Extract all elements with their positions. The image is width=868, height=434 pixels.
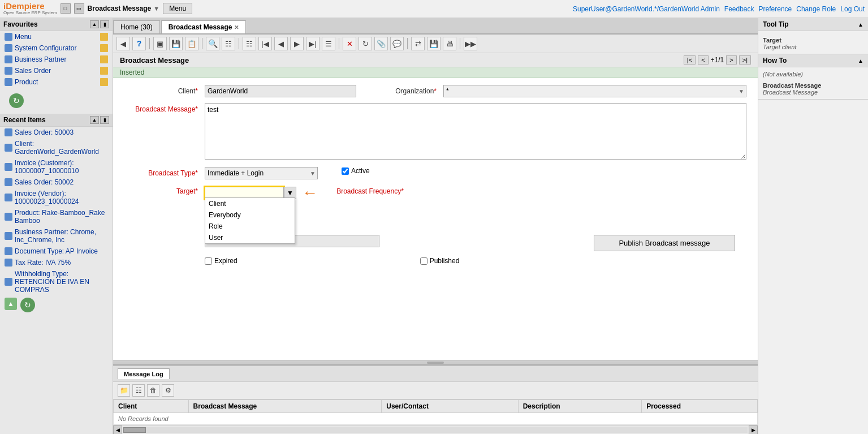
broadcast-message-row: Broadcast Message* test [124, 103, 746, 161]
change-role-link[interactable]: Change Role [796, 5, 836, 13]
nav-first-button[interactable]: |◀ [258, 37, 272, 50]
nav-last-form-btn[interactable]: >| [739, 55, 751, 65]
dropdown-item-role[interactable]: Role [205, 221, 295, 232]
publish-button[interactable]: Publish Broadcast message [594, 235, 735, 251]
sidebar-item-business-partner[interactable]: Business Partner [0, 54, 113, 65]
message-log-tab[interactable]: Message Log [118, 368, 170, 379]
topbar-right: SuperUser@GardenWorld.*/GardenWorld Admi… [573, 5, 865, 13]
toolbar-sep2 [202, 38, 202, 49]
msg-log-grid-btn[interactable]: ☷ [132, 384, 145, 397]
nav-prev-button[interactable]: ◀ [274, 37, 288, 50]
sidebar-item-sales-order-50003[interactable]: Sales Order: 50003 [0, 127, 113, 138]
feedback-link[interactable]: Feedback [724, 5, 754, 13]
back-button[interactable]: ◀ [116, 37, 130, 50]
more-button[interactable]: ▶▶ [464, 37, 477, 50]
sidebar-item-sales-order-50002[interactable]: Sales Order: 50002 [0, 177, 113, 188]
sidebar-item-bp-chrome[interactable]: Business Partner: Chrome, Inc_Chrome, In… [0, 226, 113, 246]
howto-collapse-btn[interactable]: ▲ [858, 58, 863, 64]
nav-first-form-btn[interactable]: |< [684, 55, 696, 65]
save-button[interactable]: 💾 [169, 37, 183, 50]
sidebar-item-product[interactable]: Product [0, 76, 113, 88]
zoom-button[interactable]: ⇄ [411, 37, 425, 50]
preference-link[interactable]: Preference [759, 5, 792, 13]
new-button[interactable]: ▣ [153, 37, 167, 50]
sidebar-item-client-gardenworld[interactable]: Client: GardenWorld_GardenWorld [0, 138, 113, 157]
howto-section: How To ▲ (Not available) Broadcast Messa… [758, 54, 868, 100]
restore-button[interactable]: ▭ [74, 3, 84, 14]
nav-last-button[interactable]: ▶| [306, 37, 319, 50]
sidebar-bottom-icon1[interactable]: ▲ [5, 298, 17, 310]
sidebar-item-doc-type-ap[interactable]: Document Type: AP Invoice [0, 246, 113, 257]
delete-button[interactable]: ✕ [343, 37, 356, 50]
tab-broadcast-label: Broadcast Message [169, 23, 232, 31]
sidebar-item-product-rake[interactable]: Product: Rake-Bamboo_Rake Bamboo [0, 207, 113, 226]
splitter[interactable]: ▼ [113, 360, 758, 365]
recent-so-icon [5, 128, 12, 136]
published-checkbox[interactable] [420, 257, 427, 265]
col-broadcast-message: Broadcast Message [188, 400, 382, 413]
target-field-label: Target [763, 37, 863, 44]
splitter-handle: ▼ [427, 362, 444, 364]
arrow-indicator: ← [302, 185, 318, 201]
expired-checkbox[interactable] [205, 257, 212, 265]
copy-button[interactable]: 📋 [185, 37, 198, 50]
nav-prev-form-btn[interactable]: < [698, 55, 708, 65]
sidebar-item-withholding[interactable]: Withholding Type: RETENCION DE IVA EN CO… [0, 268, 113, 295]
msg-log-folder-btn[interactable]: 📁 [118, 384, 130, 397]
sidebar-item-invoice-vendor[interactable]: Invoice (Vendor): 10000023_10000024 [0, 188, 113, 207]
grid-button[interactable]: ☷ [222, 37, 235, 50]
product-icon [5, 78, 12, 86]
sidebar-item-system-configurator[interactable]: System Configurator [0, 42, 113, 54]
favourites-buttons: ▲ ▮ [90, 20, 109, 28]
sidebar-label-sales-order: Sales Order [15, 67, 51, 75]
scroll-track[interactable] [123, 427, 748, 433]
scroll-left-btn[interactable]: ◀ [113, 426, 122, 435]
help-button[interactable]: ? [132, 37, 146, 50]
broadcast-message-textarea[interactable]: test [205, 103, 746, 160]
recent-so-label: Sales Order: 50003 [15, 128, 74, 136]
logout-link[interactable]: Log Out [840, 5, 865, 13]
grid2-button[interactable]: ☷ [243, 37, 256, 50]
toolbar-sep3 [239, 38, 239, 49]
nav-next-button[interactable]: ▶ [290, 37, 304, 50]
list-button[interactable]: ☰ [322, 37, 335, 50]
sidebar-item-tax-rate[interactable]: Tax Rate: IVA 75% [0, 257, 113, 268]
msg-log-delete-btn[interactable]: 🗑 [147, 384, 159, 397]
favourites-collapse-btn[interactable]: ▲ [90, 20, 99, 28]
dropdown-item-everybody[interactable]: Everybody [205, 209, 295, 221]
broadcast-rp-label: Broadcast Message [763, 82, 863, 89]
org-select[interactable]: * [443, 85, 746, 97]
tab-home[interactable]: Home (30) [113, 20, 160, 33]
minimize-button[interactable]: □ [61, 3, 71, 14]
active-checkbox[interactable] [342, 167, 349, 175]
dropdown-item-client[interactable]: Client [205, 198, 295, 209]
sidebar-item-sales-order[interactable]: Sales Order [0, 65, 113, 76]
nav-next-form-btn[interactable]: > [726, 55, 736, 65]
chat-button[interactable]: 💬 [390, 37, 404, 50]
refresh-form-button[interactable]: ↻ [359, 37, 372, 50]
menu-button[interactable]: Menu [163, 3, 192, 14]
broadcast-rp-value: Broadcast Message [763, 89, 863, 96]
favourites-menu-btn[interactable]: ▮ [100, 20, 109, 28]
archive-button[interactable]: 💾 [427, 37, 441, 50]
sidebar-refresh-button2[interactable]: ↻ [20, 298, 35, 312]
sidebar-item-menu[interactable]: Menu [0, 31, 113, 42]
print-button[interactable]: 🖶 [443, 37, 456, 50]
find-button[interactable]: 🔍 [206, 37, 219, 50]
tooltip-collapse-btn[interactable]: ▲ [858, 22, 863, 28]
scroll-right-btn[interactable]: ▶ [749, 426, 758, 435]
attach-button[interactable]: 📎 [374, 37, 388, 50]
client-org-row: Client* Organization* * ▼ [124, 85, 746, 97]
dropdown-item-user[interactable]: User [205, 232, 295, 243]
tab-close-button[interactable]: ✕ [234, 24, 239, 31]
sidebar-refresh-button[interactable]: ↻ [9, 93, 24, 108]
recent-items-menu-btn[interactable]: ▮ [100, 116, 109, 124]
howto-body: (Not available) Broadcast Message Broadc… [758, 67, 868, 99]
tab-broadcast-message[interactable]: Broadcast Message ✕ [161, 20, 247, 33]
howto-value: (Not available) [763, 71, 863, 78]
broadcast-type-select[interactable]: Immediate + Login Login Only Immediate O… [205, 167, 318, 179]
msg-log-settings-btn[interactable]: ⚙ [162, 384, 174, 397]
system-config-icon [5, 44, 12, 52]
recent-items-collapse-btn[interactable]: ▲ [90, 116, 99, 124]
sidebar-item-invoice-customer[interactable]: Invoice (Customer): 10000007_10000010 [0, 157, 113, 177]
